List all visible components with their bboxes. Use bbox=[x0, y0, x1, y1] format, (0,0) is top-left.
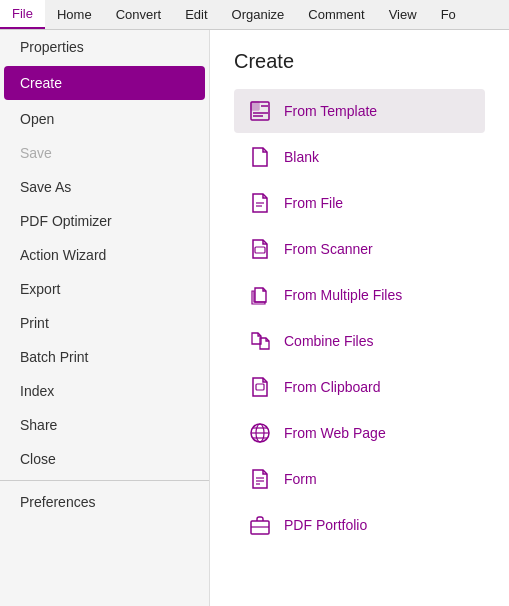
create-item-from-multiple-files[interactable]: From Multiple Files bbox=[234, 273, 485, 317]
create-item-form[interactable]: Form bbox=[234, 457, 485, 501]
sidebar-item-close[interactable]: Close bbox=[0, 442, 209, 476]
blank-icon bbox=[246, 143, 274, 171]
sidebar: PropertiesCreateOpenSaveSave AsPDF Optim… bbox=[0, 30, 210, 606]
menu-item-fo[interactable]: Fo bbox=[429, 0, 468, 29]
menu-item-comment[interactable]: Comment bbox=[296, 0, 376, 29]
from-scanner-icon bbox=[246, 235, 274, 263]
pdf-portfolio-label: PDF Portfolio bbox=[284, 517, 367, 533]
from-clipboard-label: From Clipboard bbox=[284, 379, 380, 395]
sidebar-item-batch-print[interactable]: Batch Print bbox=[0, 340, 209, 374]
sidebar-item-create[interactable]: Create bbox=[4, 66, 205, 100]
sidebar-item-share[interactable]: Share bbox=[0, 408, 209, 442]
sidebar-item-export[interactable]: Export bbox=[0, 272, 209, 306]
sidebar-divider bbox=[0, 480, 209, 481]
sidebar-item-index[interactable]: Index bbox=[0, 374, 209, 408]
menu-item-organize[interactable]: Organize bbox=[220, 0, 297, 29]
main-layout: PropertiesCreateOpenSaveSave AsPDF Optim… bbox=[0, 30, 509, 606]
create-item-blank[interactable]: Blank bbox=[234, 135, 485, 179]
create-item-combine-files[interactable]: Combine Files bbox=[234, 319, 485, 363]
from-file-label: From File bbox=[284, 195, 343, 211]
menu-item-file[interactable]: File bbox=[0, 0, 45, 29]
sidebar-item-pdf-optimizer[interactable]: PDF Optimizer bbox=[0, 204, 209, 238]
pdf-portfolio-icon bbox=[246, 511, 274, 539]
create-item-from-clipboard[interactable]: From Clipboard bbox=[234, 365, 485, 409]
sidebar-item-save: Save bbox=[0, 136, 209, 170]
from-file-icon bbox=[246, 189, 274, 217]
page-title: Create bbox=[234, 50, 485, 73]
create-item-pdf-portfolio[interactable]: PDF Portfolio bbox=[234, 503, 485, 547]
menu-item-convert[interactable]: Convert bbox=[104, 0, 174, 29]
menu-item-home[interactable]: Home bbox=[45, 0, 104, 29]
from-template-icon bbox=[246, 97, 274, 125]
sidebar-item-properties[interactable]: Properties bbox=[0, 30, 209, 64]
sidebar-item-action-wizard[interactable]: Action Wizard bbox=[0, 238, 209, 272]
create-item-from-web-page[interactable]: From Web Page bbox=[234, 411, 485, 455]
from-scanner-label: From Scanner bbox=[284, 241, 373, 257]
menu-item-edit[interactable]: Edit bbox=[173, 0, 219, 29]
from-template-label: From Template bbox=[284, 103, 377, 119]
sidebar-item-save-as[interactable]: Save As bbox=[0, 170, 209, 204]
sidebar-item-open[interactable]: Open bbox=[0, 102, 209, 136]
combine-files-label: Combine Files bbox=[284, 333, 373, 349]
sidebar-item-preferences[interactable]: Preferences bbox=[0, 485, 209, 519]
create-item-from-file[interactable]: From File bbox=[234, 181, 485, 225]
form-label: Form bbox=[284, 471, 317, 487]
blank-label: Blank bbox=[284, 149, 319, 165]
content-area: Create From Template Blank From File Fro bbox=[210, 30, 509, 606]
create-item-from-scanner[interactable]: From Scanner bbox=[234, 227, 485, 271]
from-web-page-icon bbox=[246, 419, 274, 447]
menu-bar: FileHomeConvertEditOrganizeCommentViewFo bbox=[0, 0, 509, 30]
svg-rect-1 bbox=[251, 102, 259, 110]
from-multiple-files-icon bbox=[246, 281, 274, 309]
form-icon bbox=[246, 465, 274, 493]
create-item-from-template[interactable]: From Template bbox=[234, 89, 485, 133]
from-web-page-label: From Web Page bbox=[284, 425, 386, 441]
sidebar-item-print[interactable]: Print bbox=[0, 306, 209, 340]
svg-rect-7 bbox=[255, 247, 265, 253]
combine-files-icon bbox=[246, 327, 274, 355]
menu-item-view[interactable]: View bbox=[377, 0, 429, 29]
from-clipboard-icon bbox=[246, 373, 274, 401]
svg-rect-8 bbox=[256, 384, 264, 390]
create-list: From Template Blank From File From Scann… bbox=[234, 89, 485, 547]
from-multiple-files-label: From Multiple Files bbox=[284, 287, 402, 303]
